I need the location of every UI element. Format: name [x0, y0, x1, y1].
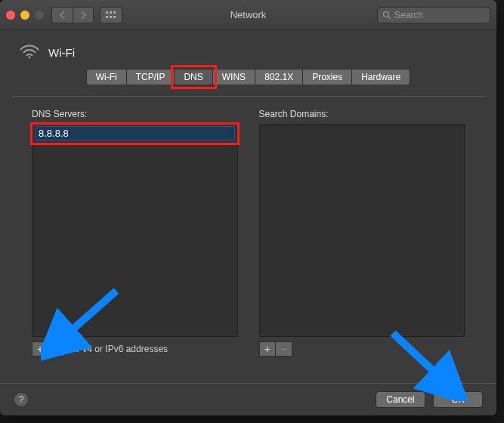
search-icon	[382, 11, 391, 20]
search-placeholder: Search	[394, 10, 423, 20]
tab-proxies[interactable]: Proxies	[303, 69, 352, 85]
window-controls	[6, 11, 44, 20]
svg-rect-5	[113, 16, 116, 18]
back-button[interactable]	[51, 7, 73, 23]
svg-point-8	[29, 57, 31, 59]
dns-hint: IPv4 or IPv6 addresses	[74, 344, 168, 354]
tab-wifi[interactable]: Wi-Fi	[86, 69, 127, 85]
interface-header: Wi-Fi	[0, 30, 496, 69]
svg-rect-0	[106, 11, 108, 14]
svg-line-7	[388, 17, 391, 19]
svg-point-6	[384, 11, 389, 17]
minimize-window-button[interactable]	[20, 11, 29, 20]
tab-dns[interactable]: DNS	[175, 69, 212, 85]
svg-rect-3	[106, 16, 108, 18]
show-all-button[interactable]	[100, 7, 122, 23]
help-button[interactable]: ?	[14, 392, 29, 407]
dns-servers-list[interactable]: 8.8.8.8	[32, 124, 238, 337]
tab-tcpip[interactable]: TCP/IP	[127, 69, 175, 85]
zoom-window-button	[35, 11, 44, 20]
tab-hardware[interactable]: Hardware	[352, 69, 410, 85]
interface-name: Wi-Fi	[48, 46, 75, 59]
search-domains-label: Search Domains:	[259, 109, 465, 119]
ok-button[interactable]: OK	[433, 391, 483, 408]
network-advanced-window: Network Search Wi-Fi Wi-FiTCP/IPDNSWINS8…	[0, 0, 496, 415]
search-domains-remove-button: −	[276, 341, 292, 357]
search-domains-list[interactable]	[259, 124, 465, 337]
dns-panel: DNS Servers: 8.8.8.8 + − IPv4 or IPv6 ad…	[12, 96, 484, 361]
tabbar: Wi-FiTCP/IPDNSWINS802.1XProxiesHardware	[0, 69, 496, 93]
tab-wins[interactable]: WINS	[213, 69, 255, 85]
search-domains-add-remove-group: + −	[259, 341, 292, 357]
search-domains-add-button[interactable]: +	[259, 341, 276, 357]
svg-rect-1	[110, 11, 112, 14]
close-window-button[interactable]	[6, 11, 15, 20]
dns-entry[interactable]: 8.8.8.8	[35, 126, 235, 140]
dns-add-remove-group: + −	[32, 341, 65, 357]
tab-8021x[interactable]: 802.1X	[255, 69, 303, 85]
svg-rect-4	[110, 16, 112, 18]
search-domains-column: Search Domains: + −	[259, 109, 465, 357]
nav-buttons	[51, 7, 94, 23]
search-field[interactable]: Search	[377, 7, 490, 23]
bottom-bar: ? Cancel OK	[0, 383, 496, 415]
dns-add-button[interactable]: +	[32, 341, 48, 357]
forward-button[interactable]	[73, 7, 94, 23]
dns-servers-column: DNS Servers: 8.8.8.8 + − IPv4 or IPv6 ad…	[32, 109, 238, 357]
dns-servers-label: DNS Servers:	[32, 109, 238, 119]
svg-rect-2	[113, 11, 116, 14]
cancel-button[interactable]: Cancel	[376, 391, 425, 408]
dns-remove-button[interactable]: −	[48, 341, 65, 357]
wifi-icon	[20, 44, 39, 61]
titlebar: Network Search	[0, 0, 496, 30]
